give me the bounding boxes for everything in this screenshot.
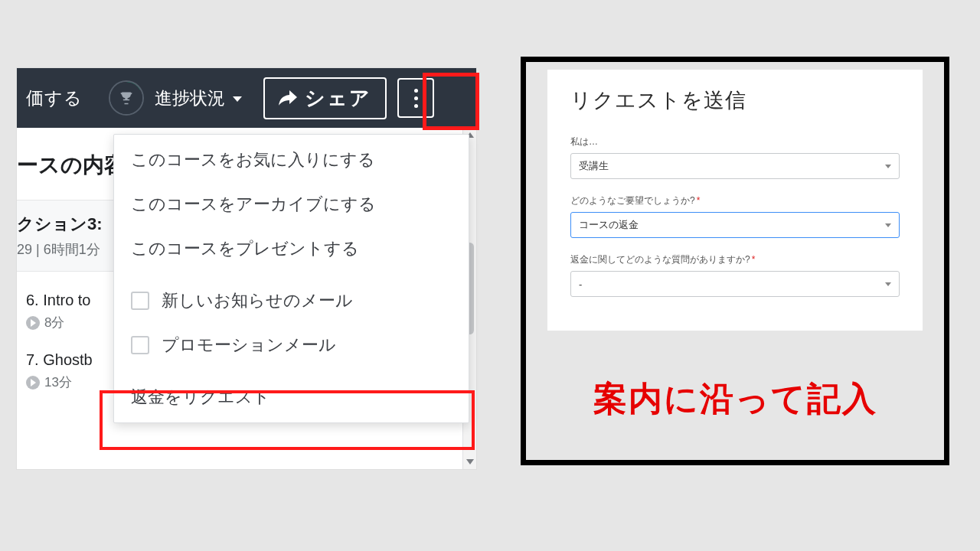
field1-select[interactable]: 受講生 <box>570 153 900 179</box>
menu-gift[interactable]: このコースをプレゼントする <box>114 227 469 271</box>
more-options-button[interactable] <box>397 78 434 118</box>
field2-label: どのようなご要望でしょうか? <box>570 194 900 207</box>
request-form-card: リクエストを送信 私は… 受講生 どのようなご要望でしょうか? コースの返金 返… <box>547 70 923 331</box>
menu-favorite[interactable]: このコースをお気に入りにする <box>114 138 469 182</box>
dropdown-arrow-icon <box>885 223 891 227</box>
field1-label: 私は… <box>570 135 900 148</box>
lesson-duration: 13分 <box>44 373 72 391</box>
field3-value: - <box>579 279 582 290</box>
field1-value: 受講生 <box>579 159 609 173</box>
play-icon <box>26 316 40 330</box>
field2-select[interactable]: コースの返金 <box>570 212 900 238</box>
chevron-down-icon <box>230 88 242 109</box>
more-options-menu: このコースをお気に入りにする このコースをアーカイブにする このコースをプレゼン… <box>113 134 469 423</box>
menu-mail-news-label: 新しいお知らせのメール <box>162 289 353 312</box>
request-form-panel: リクエストを送信 私は… 受講生 どのようなご要望でしょうか? コースの返金 返… <box>521 57 949 465</box>
rate-link[interactable]: 価する <box>26 86 83 110</box>
menu-archive[interactable]: このコースをアーカイブにする <box>114 182 469 227</box>
dropdown-arrow-icon <box>885 282 891 286</box>
menu-mail-promo-label: プロモーションメール <box>162 334 336 357</box>
play-icon <box>26 376 40 390</box>
menu-mail-promo[interactable]: プロモーションメール <box>114 323 469 367</box>
checkbox-icon[interactable] <box>131 292 149 310</box>
field2-value: コースの返金 <box>579 218 639 232</box>
header-bar: 価する 進捗状況 シェア <box>17 68 476 128</box>
dropdown-arrow-icon <box>885 165 891 168</box>
progress-dropdown[interactable]: 進捗状況 <box>155 86 242 110</box>
field3-label: 返金に関してどのような質問がありますか? <box>570 253 900 266</box>
progress-trophy[interactable] <box>109 80 144 116</box>
checkbox-icon[interactable] <box>131 336 149 354</box>
form-title: リクエストを送信 <box>570 86 900 114</box>
share-arrow-icon <box>279 90 297 106</box>
trophy-icon <box>119 90 134 106</box>
field3-select[interactable]: - <box>570 271 900 297</box>
lesson-duration: 8分 <box>44 314 64 331</box>
share-label: シェア <box>305 85 371 112</box>
menu-refund-request[interactable]: 返金をリクエスト <box>114 375 469 419</box>
share-button[interactable]: シェア <box>263 77 387 119</box>
scroll-down-icon[interactable] <box>466 459 474 465</box>
annotation-instruction: 案内に沿って記入 <box>593 377 877 422</box>
menu-mail-news[interactable]: 新しいお知らせのメール <box>114 279 469 323</box>
progress-label-text: 進捗状況 <box>155 86 225 110</box>
